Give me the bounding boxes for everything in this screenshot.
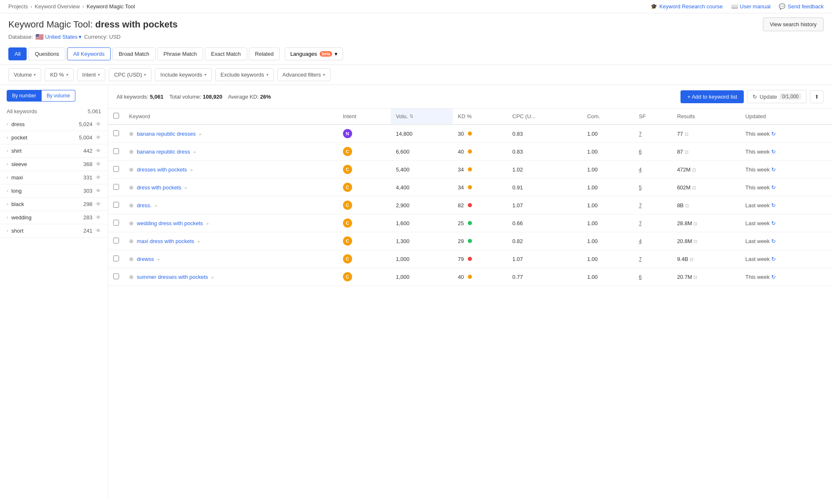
- keyword-link[interactable]: banana republic dress: [137, 149, 190, 155]
- sidebar-item[interactable]: › dress 5,024 👁: [0, 118, 108, 131]
- database-selector[interactable]: 🇺🇸 United States ▾: [35, 33, 82, 41]
- refresh-row-icon[interactable]: ↻: [771, 184, 776, 191]
- sidebar-item-label: wedding: [11, 214, 83, 221]
- keyword-link[interactable]: drewss: [137, 256, 154, 262]
- tab-questions[interactable]: Questions: [28, 47, 65, 60]
- row-checkbox[interactable]: [113, 130, 119, 136]
- table-row: ⊕ drewss » C 1,000 79 1.07 1.00 7 9.4B ⊡…: [108, 250, 832, 268]
- refresh-row-icon[interactable]: ↻: [771, 131, 776, 137]
- select-all-checkbox[interactable]: [113, 113, 119, 119]
- keyword-link[interactable]: banana republic dresses: [137, 131, 196, 137]
- languages-button[interactable]: Languages beta ▾: [285, 47, 343, 60]
- sidebar-item[interactable]: › short 241 👁: [0, 224, 108, 238]
- refresh-row-icon[interactable]: ↻: [771, 256, 776, 262]
- keyword-link[interactable]: dress with pockets: [137, 184, 181, 191]
- updated-text: This week: [745, 149, 770, 155]
- keyword-link[interactable]: summer dresses with pockets: [137, 274, 208, 280]
- sf-value[interactable]: 7: [639, 203, 642, 209]
- keyword-link[interactable]: dress.: [137, 202, 151, 209]
- breadcrumb-projects[interactable]: Projects: [8, 3, 28, 10]
- main-content: By number By volume All keywords 5,061 ›…: [0, 85, 832, 497]
- tab-broad-match[interactable]: Broad Match: [112, 47, 156, 60]
- sidebar-item[interactable]: › black 298 👁: [0, 198, 108, 211]
- sf-value[interactable]: 7: [639, 131, 642, 137]
- by-number-button[interactable]: By number: [7, 90, 42, 102]
- table-row: ⊕ banana republic dress » C 6,600 40 0.8…: [108, 143, 832, 161]
- sf-value[interactable]: 5: [639, 185, 642, 191]
- sidebar-item-count: 331: [83, 174, 92, 181]
- row-checkbox[interactable]: [113, 273, 119, 279]
- results-cell: 20.8M ⊡: [672, 232, 740, 250]
- user-manual-link[interactable]: 📖 User manual: [731, 3, 771, 10]
- volume-filter[interactable]: Volume ▾: [8, 68, 41, 81]
- sf-value[interactable]: 6: [639, 149, 642, 155]
- breadcrumb-overview[interactable]: Keyword Overview: [35, 3, 79, 10]
- sidebar-item[interactable]: › pocket 5,004 👁: [0, 131, 108, 144]
- keyword-link[interactable]: wedding dress with pockets: [137, 220, 203, 226]
- results-cell: 472M ⊡: [672, 161, 740, 179]
- sidebar-item[interactable]: › long 303 👁: [0, 184, 108, 198]
- sidebar-header: By number By volume: [0, 85, 108, 107]
- tab-exact-match[interactable]: Exact Match: [205, 47, 247, 60]
- refresh-row-icon[interactable]: ↻: [771, 202, 776, 209]
- sf-value[interactable]: 6: [639, 274, 642, 280]
- sf-cell: 7: [634, 214, 672, 232]
- refresh-row-icon[interactable]: ↻: [771, 238, 776, 244]
- arrow-icon: »: [155, 203, 157, 208]
- row-checkbox[interactable]: [113, 238, 119, 243]
- sidebar-item[interactable]: › maxi 331 👁: [0, 171, 108, 184]
- tab-all-keywords[interactable]: All Keywords: [67, 47, 111, 60]
- refresh-row-icon[interactable]: ↻: [771, 166, 776, 173]
- kd-filter[interactable]: KD % ▾: [45, 68, 73, 81]
- cpc-cell: 1.07: [507, 196, 582, 214]
- cpc-filter[interactable]: CPC (USD) ▾: [109, 68, 151, 81]
- add-icon: ⊕: [129, 202, 134, 209]
- sf-value[interactable]: 7: [639, 256, 642, 262]
- advanced-filters[interactable]: Advanced filters ▾: [277, 68, 331, 81]
- com-cell: 1.00: [582, 196, 634, 214]
- table-row: ⊕ dresses with pockets » C 5,400 34 1.02…: [108, 161, 832, 179]
- by-volume-button[interactable]: By volume: [42, 90, 75, 102]
- include-keywords-filter[interactable]: Include keywords ▾: [155, 68, 211, 81]
- exclude-keywords-filter[interactable]: Exclude keywords ▾: [215, 68, 274, 81]
- view-history-button[interactable]: View search history: [763, 17, 824, 31]
- sidebar-item[interactable]: › shirt 442 👁: [0, 144, 108, 158]
- send-feedback-button[interactable]: 💬 Send feedback: [779, 3, 824, 10]
- keyword-course-link[interactable]: 🎓 Keyword Research course: [651, 3, 723, 10]
- sidebar-item-label: dress: [11, 121, 79, 127]
- sidebar-item-label: shirt: [11, 148, 83, 154]
- row-checkbox[interactable]: [113, 166, 119, 172]
- tab-all[interactable]: All: [8, 47, 27, 60]
- row-checkbox[interactable]: [113, 220, 119, 226]
- serp-icon: ⊡: [690, 257, 693, 262]
- keyword-link[interactable]: maxi dress with pockets: [137, 238, 194, 244]
- refresh-row-icon[interactable]: ↻: [771, 274, 776, 280]
- row-checkbox[interactable]: [113, 256, 119, 261]
- export-button[interactable]: ⬆: [810, 90, 824, 103]
- volume-col-header sortable[interactable]: Volu. ⇅: [391, 109, 453, 124]
- refresh-row-icon[interactable]: ↻: [771, 149, 776, 155]
- sf-value[interactable]: 4: [639, 238, 642, 244]
- sidebar-item[interactable]: › sleeve 368 👁: [0, 158, 108, 171]
- keyword-link[interactable]: dresses with pockets: [137, 166, 187, 173]
- tab-phrase-match[interactable]: Phrase Match: [157, 47, 203, 60]
- kd-dot: [468, 257, 472, 261]
- kd-cell: 34: [453, 161, 507, 179]
- refresh-row-icon[interactable]: ↻: [771, 220, 776, 226]
- intent-badge: C: [343, 183, 352, 192]
- row-checkbox[interactable]: [113, 202, 119, 208]
- add-icon: ⊕: [129, 166, 134, 173]
- sidebar-item[interactable]: › wedding 283 👁: [0, 211, 108, 224]
- row-checkbox[interactable]: [113, 184, 119, 190]
- add-icon: ⊕: [129, 256, 134, 262]
- com-cell: 1.00: [582, 268, 634, 286]
- table-body: ⊕ banana republic dresses » N 14,800 30 …: [108, 124, 832, 286]
- tab-related[interactable]: Related: [249, 47, 280, 60]
- subtitle: Database: 🇺🇸 United States ▾ Currency: U…: [8, 33, 824, 41]
- add-to-keyword-list-button[interactable]: + Add to keyword list: [681, 90, 744, 103]
- update-button[interactable]: ↻ Update 0/1,000: [747, 90, 807, 103]
- intent-filter[interactable]: Intent ▾: [77, 68, 106, 81]
- row-checkbox[interactable]: [113, 148, 119, 154]
- sf-value[interactable]: 7: [639, 221, 642, 226]
- sf-value[interactable]: 4: [639, 167, 642, 173]
